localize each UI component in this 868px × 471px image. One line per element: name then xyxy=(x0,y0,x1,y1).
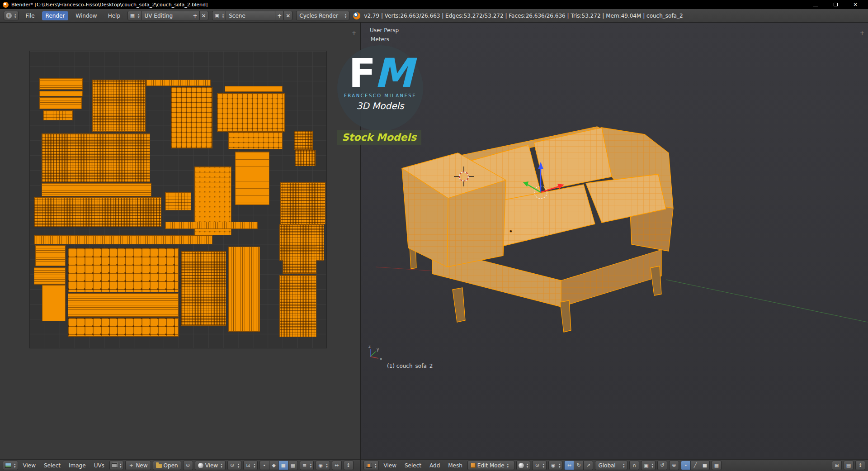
scene-browse-button[interactable]: ▣ xyxy=(212,11,226,20)
scene-name-field[interactable]: Scene xyxy=(226,11,275,20)
header-scroll-button[interactable]: ↕ xyxy=(855,461,865,470)
uv-island[interactable] xyxy=(34,267,66,285)
layout-add-button[interactable]: + xyxy=(191,11,200,20)
opengl-anim-button[interactable]: ⊕ xyxy=(669,461,679,470)
viewport-editor-type-button[interactable] xyxy=(363,461,379,470)
select-edge-button[interactable]: ╱ xyxy=(690,461,700,470)
vp-view-menu[interactable]: View xyxy=(381,461,400,470)
uv-sync-button[interactable]: ↔ xyxy=(332,461,342,470)
new-image-button[interactable]: + New xyxy=(125,461,151,470)
uv-editor-type-button[interactable] xyxy=(3,461,18,470)
uv-island[interactable] xyxy=(43,110,73,120)
file-menu[interactable]: File xyxy=(22,11,38,20)
uv-island[interactable] xyxy=(171,87,212,148)
uv-uvs-menu[interactable]: UVs xyxy=(91,461,108,470)
render-menu[interactable]: Render xyxy=(42,11,69,20)
uv-island[interactable] xyxy=(42,183,151,196)
uv-island[interactable] xyxy=(217,93,285,132)
sticky-select-dropdown[interactable]: ≡ xyxy=(300,461,314,470)
uv-view-menu[interactable]: View xyxy=(20,461,39,470)
uv-canvas[interactable] xyxy=(0,23,360,459)
manipulator-translate-button[interactable]: ↔ xyxy=(564,461,574,470)
occlude-geometry-button[interactable]: ▦ xyxy=(712,461,722,470)
proportional-edit-dropdown[interactable]: ◉ xyxy=(316,461,330,470)
uv-island[interactable] xyxy=(34,235,212,244)
editor-type-button[interactable]: i xyxy=(4,11,19,20)
open-image-button[interactable]: Open xyxy=(153,461,181,470)
opengl-render-button[interactable]: ↺ xyxy=(657,461,667,470)
vp-mesh-menu[interactable]: Mesh xyxy=(445,461,466,470)
snap-element-dropdown[interactable]: ▣ xyxy=(641,461,656,470)
scene-delete-button[interactable]: ✕ xyxy=(283,11,292,20)
uv-island[interactable] xyxy=(42,133,150,182)
uv-snap-dropdown[interactable]: ⊡ xyxy=(243,461,258,470)
uv-island[interactable] xyxy=(92,80,146,132)
snap-magnet-button[interactable]: ∩ xyxy=(629,461,639,470)
browse-image-button[interactable] xyxy=(109,461,124,470)
couch-mesh[interactable] xyxy=(402,127,673,332)
close-button[interactable]: ✕ xyxy=(845,0,865,9)
uv-selectmode-island-button[interactable]: ▦ xyxy=(288,461,298,470)
uv-island[interactable] xyxy=(228,247,260,332)
uv-island[interactable] xyxy=(42,285,66,321)
proportional-edit-dropdown-3d[interactable]: ◉ xyxy=(548,461,563,470)
vp-add-menu[interactable]: Add xyxy=(426,461,443,470)
uv-island[interactable] xyxy=(294,131,313,150)
uv-island[interactable] xyxy=(146,80,211,86)
uv-island[interactable] xyxy=(68,248,179,292)
stock-models-banner: Stock Models xyxy=(337,130,421,145)
uv-scopes-button[interactable]: ↕ xyxy=(344,461,354,470)
viewport-3d[interactable]: x y z User Persp Meters (1) couch_sofa_2… xyxy=(361,23,868,471)
window-menu[interactable]: Window xyxy=(72,11,100,20)
display-channels-dropdown[interactable]: View xyxy=(195,461,226,470)
region-expand-icon[interactable]: + xyxy=(860,30,864,36)
uv-island[interactable] xyxy=(279,275,316,337)
scene-add-button[interactable]: + xyxy=(275,11,284,20)
manipulator-scale-button[interactable]: ↗ xyxy=(583,461,593,470)
pivot-dropdown[interactable]: ⊙ xyxy=(227,461,242,470)
uv-select-menu[interactable]: Select xyxy=(41,461,64,470)
uv-selectmode-face-button[interactable]: ■ xyxy=(278,461,288,470)
layout-delete-button[interactable]: ✕ xyxy=(199,11,208,20)
layout-name-field[interactable]: UV Editing xyxy=(142,11,191,20)
uv-island[interactable] xyxy=(68,293,179,317)
uv-island[interactable] xyxy=(39,97,82,109)
layout-browse-button[interactable]: ▦ xyxy=(127,11,142,20)
folder-icon xyxy=(156,464,162,468)
scene-lock-button[interactable]: ▤ xyxy=(844,461,854,470)
uv-island[interactable] xyxy=(35,245,66,266)
select-vertex-button[interactable]: ∙ xyxy=(681,461,691,470)
uv-island[interactable] xyxy=(225,86,283,92)
help-menu[interactable]: Help xyxy=(104,11,124,20)
couch-wireframe[interactable]: x y z xyxy=(361,23,868,459)
orientation-dropdown[interactable]: Global xyxy=(595,461,627,470)
uv-island[interactable] xyxy=(39,78,83,90)
uv-island[interactable] xyxy=(283,247,316,274)
uv-selectmode-buttons: ∙ ◆ ■ ▦ xyxy=(259,461,298,470)
minimize-button[interactable] xyxy=(806,0,826,9)
uv-selectmode-vertex-button[interactable]: ∙ xyxy=(259,461,269,470)
uv-island[interactable] xyxy=(165,192,191,210)
pin-button[interactable]: ⊙ xyxy=(183,461,193,470)
render-engine-dropdown[interactable]: Cycles Render xyxy=(296,11,349,20)
uv-image-menu[interactable]: Image xyxy=(66,461,89,470)
select-face-button[interactable]: ■ xyxy=(700,461,710,470)
mode-dropdown[interactable]: Edit Mode xyxy=(467,461,514,470)
uv-island[interactable] xyxy=(39,91,83,96)
region-expand-icon[interactable]: + xyxy=(352,30,356,36)
layers-button[interactable]: ⊞ xyxy=(832,461,842,470)
vp-select-menu[interactable]: Select xyxy=(401,461,425,470)
manipulator-rotate-button[interactable]: ↻ xyxy=(574,461,584,470)
uv-island[interactable] xyxy=(235,152,269,205)
maximize-button[interactable] xyxy=(826,0,845,9)
uv-island[interactable] xyxy=(295,150,316,166)
uv-island[interactable] xyxy=(228,132,283,149)
uv-island[interactable] xyxy=(280,182,326,224)
uv-island[interactable] xyxy=(34,197,161,227)
uv-island[interactable] xyxy=(181,251,226,326)
uv-island[interactable] xyxy=(68,318,179,337)
uv-selectmode-edge-button[interactable]: ◆ xyxy=(269,461,279,470)
shading-dropdown[interactable] xyxy=(516,461,531,470)
pivot-dropdown-3d[interactable]: ⊙ xyxy=(532,461,547,470)
uv-island[interactable] xyxy=(165,222,258,229)
